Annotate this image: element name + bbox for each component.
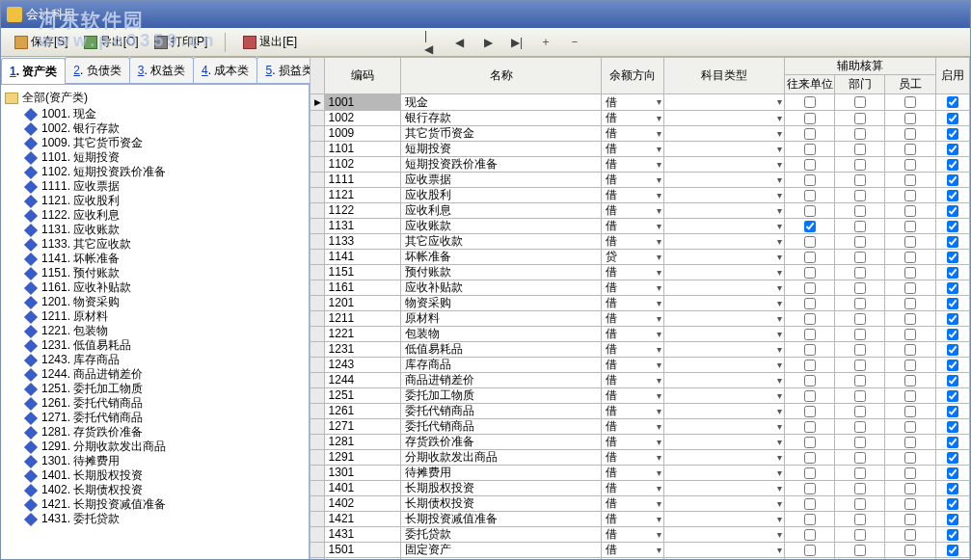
cell-direction[interactable]: 借 bbox=[602, 296, 664, 311]
checkbox[interactable] bbox=[904, 190, 916, 201]
cell-aux-unit[interactable] bbox=[785, 327, 835, 342]
checkbox[interactable] bbox=[854, 205, 866, 217]
cell-name[interactable]: 委托加工物质 bbox=[400, 388, 602, 404]
cell-aux-unit[interactable] bbox=[785, 450, 835, 466]
tree-item[interactable]: 1401. 长期股权投资 bbox=[3, 468, 307, 483]
checkbox[interactable] bbox=[947, 360, 958, 371]
tree-item[interactable]: 1161. 应收补贴款 bbox=[3, 280, 307, 295]
cell-enable[interactable] bbox=[935, 419, 970, 435]
cell-code[interactable]: 1244 bbox=[324, 373, 400, 388]
cell-code[interactable]: 1102 bbox=[324, 157, 400, 173]
checkbox[interactable] bbox=[854, 329, 866, 340]
cell-aux-dept[interactable] bbox=[835, 558, 885, 560]
cell-direction[interactable]: 借 bbox=[602, 157, 664, 173]
cell-aux-unit[interactable] bbox=[785, 404, 835, 419]
add-record-button[interactable]: ＋ bbox=[540, 37, 552, 48]
cell-code[interactable]: 1122 bbox=[324, 203, 400, 219]
cell-aux-dept[interactable] bbox=[835, 373, 885, 388]
table-row[interactable]: 1261委托代销商品借 bbox=[310, 404, 970, 419]
checkbox[interactable] bbox=[854, 221, 866, 232]
cell-aux-dept[interactable] bbox=[835, 404, 885, 419]
cell-direction[interactable]: 借 bbox=[602, 188, 664, 203]
table-row[interactable]: 1151预付账款借 bbox=[310, 265, 970, 280]
cell-enable[interactable] bbox=[935, 466, 970, 481]
cell-type[interactable] bbox=[664, 481, 785, 496]
cell-type[interactable] bbox=[664, 466, 785, 481]
checkbox[interactable] bbox=[854, 360, 866, 371]
checkbox[interactable] bbox=[947, 406, 958, 417]
cell-aux-unit[interactable] bbox=[785, 250, 835, 265]
checkbox[interactable] bbox=[904, 221, 916, 232]
cell-type[interactable] bbox=[664, 512, 785, 527]
cell-aux-emp[interactable] bbox=[885, 265, 935, 280]
cell-name[interactable]: 库存商品 bbox=[400, 358, 602, 373]
cell-enable[interactable] bbox=[935, 296, 970, 311]
checkbox[interactable] bbox=[804, 221, 816, 232]
tree-item[interactable]: 1402. 长期债权投资 bbox=[3, 483, 307, 497]
cell-aux-unit[interactable] bbox=[785, 543, 835, 558]
checkbox[interactable] bbox=[947, 298, 958, 309]
cell-aux-emp[interactable] bbox=[885, 466, 935, 481]
checkbox[interactable] bbox=[804, 252, 816, 263]
checkbox[interactable] bbox=[947, 545, 958, 556]
cell-aux-dept[interactable] bbox=[835, 388, 885, 404]
cell-code[interactable]: 1001 bbox=[324, 94, 400, 111]
cell-code[interactable]: 1231 bbox=[324, 342, 400, 358]
table-row[interactable]: 1122应收利息借 bbox=[310, 203, 970, 219]
last-record-button[interactable]: ▶| bbox=[511, 37, 523, 48]
cell-aux-unit[interactable] bbox=[785, 419, 835, 435]
tree-item[interactable]: 1243. 库存商品 bbox=[3, 353, 307, 367]
cell-name[interactable]: 应收补贴款 bbox=[400, 280, 602, 296]
cell-aux-emp[interactable] bbox=[885, 203, 935, 219]
checkbox[interactable] bbox=[947, 282, 958, 294]
checkbox[interactable] bbox=[854, 514, 866, 525]
checkbox[interactable] bbox=[854, 128, 866, 140]
cell-enable[interactable] bbox=[935, 481, 970, 496]
table-row[interactable]: 1501固定资产借 bbox=[310, 543, 970, 558]
checkbox[interactable] bbox=[904, 282, 916, 294]
tree-item[interactable]: 1001. 现金 bbox=[3, 107, 307, 121]
cell-aux-dept[interactable] bbox=[835, 188, 885, 203]
checkbox[interactable] bbox=[904, 467, 916, 479]
checkbox[interactable] bbox=[854, 498, 866, 510]
cell-aux-unit[interactable] bbox=[785, 111, 835, 126]
cell-type[interactable] bbox=[664, 388, 785, 404]
tree-item[interactable]: 1101. 短期投资 bbox=[3, 150, 307, 165]
cell-enable[interactable] bbox=[935, 512, 970, 527]
cell-aux-unit[interactable] bbox=[785, 496, 835, 512]
cell-direction[interactable]: 借 bbox=[602, 234, 664, 250]
checkbox[interactable] bbox=[904, 329, 916, 340]
col-name[interactable]: 名称 bbox=[400, 58, 602, 94]
cell-type[interactable] bbox=[664, 358, 785, 373]
checkbox[interactable] bbox=[804, 406, 816, 417]
cell-type[interactable] bbox=[664, 450, 785, 466]
cell-code[interactable]: 1431 bbox=[324, 527, 400, 543]
checkbox[interactable] bbox=[804, 360, 816, 371]
checkbox[interactable] bbox=[804, 298, 816, 309]
cell-aux-dept[interactable] bbox=[835, 512, 885, 527]
checkbox[interactable] bbox=[854, 452, 866, 464]
checkbox[interactable] bbox=[854, 96, 866, 108]
cell-aux-emp[interactable] bbox=[885, 558, 935, 560]
cell-aux-dept[interactable] bbox=[835, 265, 885, 280]
table-row[interactable]: 1141坏帐准备贷 bbox=[310, 250, 970, 265]
cell-code[interactable]: 1402 bbox=[324, 496, 400, 512]
col-enable[interactable]: 启用 bbox=[935, 58, 970, 94]
checkbox[interactable] bbox=[804, 390, 816, 402]
table-row[interactable]: 1244商品进销差价借 bbox=[310, 373, 970, 388]
cell-aux-unit[interactable] bbox=[785, 342, 835, 358]
tree-item[interactable]: 1244. 商品进销差价 bbox=[3, 367, 307, 382]
checkbox[interactable] bbox=[947, 421, 958, 433]
tree-root[interactable]: 全部(资产类) bbox=[3, 89, 307, 107]
checkbox[interactable] bbox=[947, 221, 958, 232]
table-row[interactable]: 1161应收补贴款借 bbox=[310, 280, 970, 296]
checkbox[interactable] bbox=[904, 452, 916, 464]
table-row[interactable]: 1111应收票据借 bbox=[310, 173, 970, 188]
checkbox[interactable] bbox=[804, 205, 816, 217]
cell-direction[interactable]: 借 bbox=[602, 342, 664, 358]
cell-aux-dept[interactable] bbox=[835, 496, 885, 512]
cell-direction[interactable]: 借 bbox=[602, 419, 664, 435]
cell-aux-emp[interactable] bbox=[885, 126, 935, 142]
cell-enable[interactable] bbox=[935, 358, 970, 373]
tree-item[interactable]: 1133. 其它应收款 bbox=[3, 237, 307, 252]
